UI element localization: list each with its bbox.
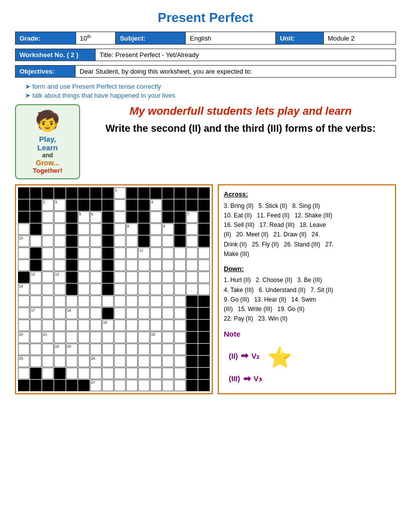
crossword-cell bbox=[198, 368, 210, 379]
crossword-cell bbox=[30, 259, 42, 271]
crossword-cell: 10 bbox=[18, 235, 30, 247]
crossword-cell bbox=[90, 235, 102, 247]
crossword-cell bbox=[114, 368, 126, 379]
crossword-cell bbox=[138, 272, 150, 283]
crossword-cell bbox=[54, 259, 66, 271]
crossword-cell bbox=[126, 235, 138, 247]
crossword-cell bbox=[150, 380, 162, 391]
crossword-cell bbox=[102, 296, 114, 307]
crossword-cell bbox=[42, 296, 54, 307]
crossword-cell bbox=[138, 235, 150, 247]
crossword-cell bbox=[114, 380, 126, 391]
crossword-cell: 26 bbox=[90, 356, 102, 367]
crossword-cell bbox=[114, 356, 126, 367]
crossword-cell bbox=[30, 356, 42, 367]
note-ii: (II) bbox=[229, 351, 238, 362]
crossword-cell bbox=[174, 380, 186, 391]
crossword-cell bbox=[78, 344, 90, 355]
crossword-cell bbox=[138, 308, 150, 319]
crossword-cell: 21 bbox=[42, 332, 54, 343]
arrow-icon: ➡ bbox=[241, 349, 248, 363]
crossword-cell bbox=[90, 284, 102, 295]
page-title: Present Perfect bbox=[15, 10, 396, 26]
crossword-cell bbox=[114, 235, 126, 247]
crossword-container: 1234567891011121314171819202122232425262… bbox=[15, 184, 213, 394]
crossword-cell bbox=[30, 332, 42, 343]
crossword-cell bbox=[198, 259, 210, 271]
crossword-cell bbox=[138, 380, 150, 391]
crossword-cell bbox=[162, 380, 174, 391]
crossword-cell bbox=[66, 235, 78, 247]
crossword-cell bbox=[174, 272, 186, 283]
crossword-cell bbox=[150, 368, 162, 379]
crossword-cell bbox=[114, 223, 126, 235]
crossword-cell bbox=[102, 247, 114, 259]
crossword-cell bbox=[54, 320, 66, 331]
crossword-cell bbox=[198, 320, 210, 331]
crossword-cell bbox=[102, 344, 114, 355]
crossword-cell bbox=[114, 259, 126, 271]
crossword-cell: 22 bbox=[150, 332, 162, 343]
grade-sup: th bbox=[87, 34, 91, 39]
crossword-cell bbox=[102, 259, 114, 271]
crossword-cell bbox=[174, 368, 186, 379]
crossword-cell bbox=[150, 344, 162, 355]
note-iii-row: (III) ➡ V₃ bbox=[229, 372, 390, 386]
crossword-cell: 1 bbox=[114, 187, 126, 199]
objective-1: form and use Present Perfect tense corre… bbox=[25, 83, 396, 90]
crossword-cell bbox=[102, 332, 114, 343]
crossword-cell bbox=[66, 284, 78, 295]
crossword-cell bbox=[162, 272, 174, 283]
crossword-cell bbox=[126, 187, 138, 199]
crossword-cell bbox=[198, 187, 210, 199]
crossword-cell: 4 bbox=[150, 199, 162, 211]
crossword-cell bbox=[114, 296, 126, 307]
crossword-grid: 1234567891011121314171819202122232425262… bbox=[18, 187, 210, 391]
crossword-cell bbox=[150, 247, 162, 259]
crossword-cell: 27 bbox=[90, 380, 102, 391]
note-ii-row: (II) ➡ V₂ bbox=[229, 349, 259, 363]
crossword-cell bbox=[102, 308, 114, 319]
crossword-cell bbox=[198, 332, 210, 343]
crossword-cell bbox=[114, 211, 126, 223]
crossword-cell bbox=[150, 296, 162, 307]
crossword-cell bbox=[126, 272, 138, 283]
crossword-cell bbox=[198, 223, 210, 235]
crossword-cell bbox=[30, 284, 42, 295]
crossword-cell bbox=[90, 223, 102, 235]
crossword-cell bbox=[102, 284, 114, 295]
learn-text: Learn bbox=[20, 143, 75, 152]
crossword-cell: 7 bbox=[186, 211, 198, 223]
crossword-cell bbox=[174, 259, 186, 271]
crossword-cell bbox=[162, 211, 174, 223]
crossword-cell bbox=[78, 272, 90, 283]
crossword-cell bbox=[186, 356, 198, 367]
crossword-cell bbox=[150, 356, 162, 367]
crossword-cell bbox=[186, 247, 198, 259]
note-section: Note (II) ➡ V₂ ⭐ (III) ➡ V₃ bbox=[224, 329, 390, 386]
crossword-cell bbox=[162, 332, 174, 343]
crossword-cell: 2 bbox=[42, 199, 54, 211]
crossword-cell bbox=[162, 235, 174, 247]
crossword-cell bbox=[114, 247, 126, 259]
crossword-cell bbox=[102, 211, 114, 223]
crossword-cell bbox=[30, 187, 42, 199]
crossword-cell: 25 bbox=[18, 356, 30, 367]
crossword-cell bbox=[42, 187, 54, 199]
crossword-cell bbox=[90, 199, 102, 211]
crossword-cell: 12 bbox=[30, 272, 42, 283]
crossword-cell bbox=[138, 187, 150, 199]
crossword-cell bbox=[174, 223, 186, 235]
crossword-cell bbox=[66, 223, 78, 235]
crossword-cell bbox=[174, 247, 186, 259]
crossword-cell bbox=[90, 308, 102, 319]
crossword-cell bbox=[54, 223, 66, 235]
crossword-cell bbox=[186, 272, 198, 283]
crossword-cell bbox=[138, 320, 150, 331]
crossword-cell: 17 bbox=[30, 308, 42, 319]
main-content: 1234567891011121314171819202122232425262… bbox=[15, 184, 396, 394]
crossword-cell bbox=[66, 259, 78, 271]
play-learn-box: 🧒 Play, Learn and Grow... Together! bbox=[15, 104, 80, 179]
crossword-cell bbox=[174, 199, 186, 211]
crossword-cell bbox=[102, 368, 114, 379]
